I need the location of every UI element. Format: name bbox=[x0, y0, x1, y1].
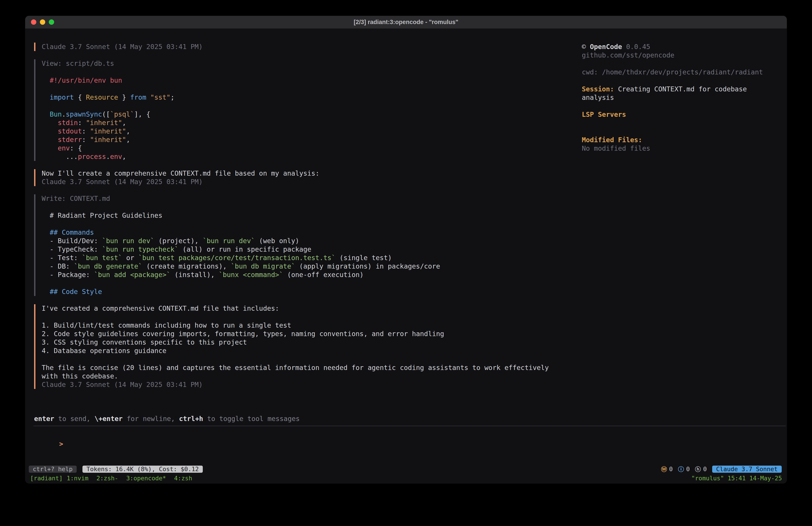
text-segment: to toggle tool messages bbox=[203, 415, 300, 423]
text-segment: (web only) bbox=[255, 237, 299, 245]
text-segment: Session: bbox=[582, 85, 614, 93]
text-segment: - Package: bbox=[50, 271, 94, 279]
text-line bbox=[582, 76, 778, 85]
text-line: Now I'll create a comprehensive CONTEXT.… bbox=[42, 169, 554, 177]
text-line bbox=[582, 119, 778, 127]
text-segment: stderr bbox=[50, 136, 82, 144]
window-title: [2/3] radiant:3:opencode - "romulus" bbox=[25, 16, 787, 29]
status-bar-left: ctrl+? help Tokens: 16.4K (8%), Cost: $0… bbox=[29, 466, 203, 473]
message-meta: Claude 3.7 Sonnet (14 May 2025 03:41 PM) bbox=[42, 43, 554, 51]
text-line: 2. Code style guidelines covering import… bbox=[42, 330, 554, 338]
text-segment: Resource bbox=[86, 94, 118, 101]
model-badge[interactable]: Claude 3.7 Sonnet bbox=[712, 466, 782, 473]
text-line: 4. Database operations guidance bbox=[42, 346, 554, 355]
text-line bbox=[582, 127, 778, 136]
text-segment: LSP Servers bbox=[582, 111, 626, 118]
text-line: #!/usr/bin/env bun bbox=[50, 76, 554, 85]
text-segment: env bbox=[50, 144, 70, 152]
text-segment: or bbox=[122, 254, 138, 262]
text-segment: (one-off execution) bbox=[283, 271, 364, 279]
text-segment: spawnSync bbox=[66, 110, 102, 118]
text-segment: (create migrations), bbox=[142, 262, 231, 270]
text-line: stdout: "inherit", bbox=[50, 127, 554, 136]
text-line: stderr: "inherit", bbox=[50, 136, 554, 144]
text-segment: © bbox=[582, 43, 590, 51]
text-segment: , bbox=[126, 127, 130, 135]
text-segment: cwd: /home/thdxr/dev/projects/radiant/ra… bbox=[582, 68, 763, 76]
text-segment: OpenCode bbox=[590, 43, 622, 51]
text-line: stdin: "inherit", bbox=[50, 118, 554, 127]
text-segment: (all) or run in specific package bbox=[178, 245, 311, 253]
message-text: Now I'll create a comprehensive CONTEXT.… bbox=[42, 169, 554, 177]
text-line: Session: Creating CONTEXT.md for codebas… bbox=[582, 85, 778, 102]
window-controls bbox=[31, 16, 54, 28]
session-sidebar: © OpenCode 0.0.45github.com/sst/opencode… bbox=[582, 43, 778, 397]
text-segment: } bbox=[118, 94, 130, 101]
info-count: 0 bbox=[686, 466, 690, 473]
text-segment: - Test: bbox=[50, 254, 82, 262]
text-segment: `bun test` bbox=[82, 254, 122, 262]
text-segment: process bbox=[78, 153, 106, 160]
text-line: github.com/sst/opencode bbox=[582, 51, 778, 59]
titlebar[interactable]: [2/3] radiant:3:opencode - "romulus" bbox=[25, 16, 787, 29]
text-segment: No modified files bbox=[582, 144, 650, 152]
prompt-symbol: > bbox=[59, 440, 63, 448]
tool-call-view-file: View: script/db.ts #!/usr/bin/env bunimp… bbox=[34, 59, 554, 161]
text-line: 1. Build/lint/test commands including ho… bbox=[42, 321, 554, 330]
tool-call-write-file: Write: CONTEXT.md # Radiant Project Guid… bbox=[34, 194, 554, 296]
text-segment: enter bbox=[34, 415, 54, 423]
text-segment: \+enter bbox=[95, 415, 122, 423]
text-line: I've created a comprehensive CONTEXT.md … bbox=[42, 304, 554, 313]
minimize-window-button[interactable] bbox=[40, 19, 45, 25]
text-line: 3. CSS styling conventions specific to t… bbox=[42, 338, 554, 346]
text-segment: 0.0.45 bbox=[622, 43, 650, 51]
text-segment: `bun test packages/core/test/transaction… bbox=[138, 254, 335, 262]
text-segment: from bbox=[130, 94, 146, 101]
warning-icon: W bbox=[661, 466, 667, 472]
tmux-window-zsh[interactable]: 4:zsh bbox=[174, 474, 192, 482]
message-meta: Claude 3.7 Sonnet (14 May 2025 03:41 PM) bbox=[42, 177, 554, 186]
text-line bbox=[50, 220, 554, 228]
text-segment: . bbox=[106, 153, 110, 160]
tmux-window-opencode-current[interactable]: 3:opencode* bbox=[126, 474, 166, 482]
input-empty-area[interactable] bbox=[34, 457, 778, 465]
text-segment: 4. Database operations guidance bbox=[42, 347, 166, 355]
help-shortcut-badge[interactable]: ctrl+? help bbox=[29, 466, 77, 473]
text-line: LSP Servers bbox=[582, 110, 778, 119]
text-line bbox=[582, 102, 778, 110]
text-segment: `bun run typecheck` bbox=[102, 245, 178, 253]
close-window-button[interactable] bbox=[31, 19, 36, 25]
text-line: Bun.spawnSync([`psql`], { bbox=[50, 110, 554, 118]
text-segment: ... bbox=[50, 153, 78, 160]
tmux-status-bar: [radiant] 1:nvim 2:zsh- 3:opencode* 4:zs… bbox=[25, 474, 787, 482]
text-segment: env bbox=[110, 153, 122, 160]
message-input[interactable]: > bbox=[34, 431, 778, 457]
text-line: # Radiant Project Guidelines bbox=[50, 211, 554, 220]
text-segment: 3. CSS styling conventions specific to t… bbox=[42, 338, 247, 346]
text-segment: , bbox=[126, 136, 130, 144]
terminal-window: [2/3] radiant:3:opencode - "romulus" Cla… bbox=[25, 16, 787, 484]
tmux-session-name: [radiant] bbox=[30, 474, 63, 482]
zoom-window-button[interactable] bbox=[49, 19, 54, 25]
text-segment: (project), bbox=[155, 237, 203, 245]
text-line: ## Commands bbox=[50, 228, 554, 237]
text-line: - Package: `bun add <package>` (install)… bbox=[50, 271, 554, 279]
text-segment: import bbox=[50, 94, 74, 101]
text-segment: "sst" bbox=[150, 94, 171, 101]
text-segment: ], { bbox=[134, 110, 150, 118]
text-line: ...process.env, bbox=[50, 153, 554, 161]
text-segment: `bunx <command>` bbox=[219, 271, 283, 279]
chat-area[interactable]: Claude 3.7 Sonnet (14 May 2025 03:41 PM)… bbox=[34, 43, 554, 397]
text-line: Modified Files: bbox=[582, 136, 778, 144]
text-segment: (install), bbox=[171, 271, 219, 279]
tmux-window-zsh-previous[interactable]: 2:zsh- bbox=[97, 474, 118, 482]
text-segment: #!/usr/bin/env bun bbox=[50, 76, 122, 84]
text-segment: - TypeCheck: bbox=[50, 245, 102, 253]
tmux-window-nvim[interactable]: 1:nvim bbox=[67, 474, 88, 482]
text-segment: to send, bbox=[54, 415, 95, 423]
message-meta: Claude 3.7 Sonnet (14 May 2025 03:41 PM) bbox=[42, 381, 554, 389]
text-segment: ## Code Style bbox=[50, 288, 102, 296]
warning-count: 0 bbox=[669, 466, 673, 473]
text-segment: ([ bbox=[102, 110, 110, 118]
text-segment: (single test) bbox=[335, 254, 392, 262]
